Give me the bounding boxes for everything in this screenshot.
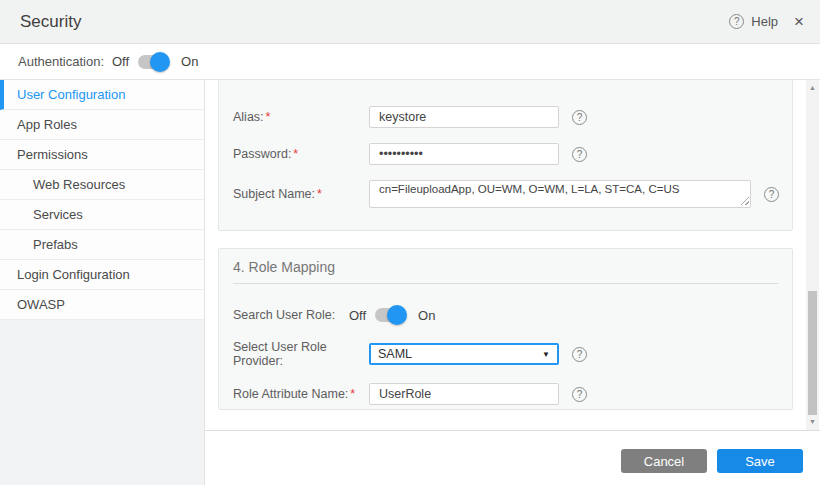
sidebar-item-services[interactable]: Services <box>0 200 204 230</box>
role-attribute-row: Role Attribute Name:* ? <box>233 383 778 405</box>
role-attribute-label: Role Attribute Name:* <box>233 387 369 401</box>
search-user-role-on-label: On <box>418 308 435 323</box>
dropdown-arrow-icon: ▼ <box>542 350 550 359</box>
cancel-button[interactable]: Cancel <box>621 449 707 473</box>
search-user-role-row: Search User Role: Off On <box>233 306 778 324</box>
authentication-bar: Authentication: Off On <box>0 44 820 80</box>
sidebar-item-web-resources[interactable]: Web Resources <box>0 170 204 200</box>
role-provider-help-icon[interactable]: ? <box>572 347 587 362</box>
required-asterisk: * <box>266 110 271 124</box>
sidebar: User Configuration App Roles Permissions… <box>0 80 205 485</box>
role-provider-label: Select User Role Provider: <box>233 340 369 368</box>
password-row: Password:* ? <box>233 143 778 165</box>
page-title: Security <box>20 12 81 32</box>
search-user-role-label: Search User Role: <box>233 308 349 322</box>
authentication-toggle[interactable] <box>138 55 168 69</box>
save-button[interactable]: Save <box>717 449 803 473</box>
subject-name-label: Subject Name:* <box>233 187 369 201</box>
scroll-up-icon[interactable]: ▲ <box>806 82 819 94</box>
toggle-knob <box>387 305 407 325</box>
form-scroll-area: Alias:* ? Password:* ? Subject Name:* cn… <box>205 80 805 430</box>
required-asterisk: * <box>350 387 355 401</box>
body: User Configuration App Roles Permissions… <box>0 80 820 485</box>
scrollbar-thumb[interactable] <box>808 291 817 415</box>
password-input[interactable] <box>369 143 559 165</box>
sidebar-item-owasp[interactable]: OWASP <box>0 290 204 320</box>
toggle-knob <box>150 52 170 72</box>
role-mapping-section-title: 4. Role Mapping <box>233 249 778 275</box>
password-help-icon[interactable]: ? <box>572 147 587 162</box>
help-link[interactable]: Help <box>751 14 778 29</box>
footer-actions: Cancel Save <box>205 430 820 485</box>
help-icon[interactable]: ? <box>729 14 744 29</box>
subject-name-help-icon[interactable]: ? <box>764 187 779 202</box>
title-bar: Security ? Help × <box>0 0 820 44</box>
sidebar-item-app-roles[interactable]: App Roles <box>0 110 204 140</box>
authentication-label: Authentication: <box>18 54 112 69</box>
section-divider <box>233 283 778 284</box>
main-content: Alias:* ? Password:* ? Subject Name:* cn… <box>205 80 820 485</box>
sidebar-item-login-configuration[interactable]: Login Configuration <box>0 260 204 290</box>
sidebar-item-permissions[interactable]: Permissions <box>0 140 204 170</box>
sidebar-item-user-configuration[interactable]: User Configuration <box>0 80 204 110</box>
sidebar-filler <box>0 320 204 485</box>
security-dialog: Security ? Help × Authentication: Off On… <box>0 0 820 485</box>
required-asterisk: * <box>293 147 298 161</box>
search-user-role-toggle[interactable] <box>375 308 405 322</box>
close-icon[interactable]: × <box>794 13 804 30</box>
authentication-off-label: Off <box>112 54 129 69</box>
password-label: Password:* <box>233 147 369 161</box>
scroll-down-icon[interactable]: ▼ <box>806 416 819 428</box>
subject-name-textarea[interactable]: cn=FileuploadApp, OU=WM, O=WM, L=LA, ST=… <box>369 180 751 208</box>
keystore-panel: Alias:* ? Password:* ? Subject Name:* cn… <box>218 80 793 231</box>
search-user-role-off-label: Off <box>349 308 366 323</box>
alias-row: Alias:* ? <box>233 106 778 128</box>
authentication-on-label: On <box>181 54 198 69</box>
required-asterisk: * <box>317 187 322 201</box>
role-provider-row: Select User Role Provider: SAML ▼ ? <box>233 340 778 368</box>
titlebar-actions: ? Help × <box>729 13 804 30</box>
vertical-scrollbar[interactable]: ▲ ▼ <box>806 80 819 430</box>
role-provider-select[interactable]: SAML ▼ <box>369 343 559 365</box>
role-mapping-panel: 4. Role Mapping Search User Role: Off On… <box>218 248 793 410</box>
role-provider-value: SAML <box>378 347 412 361</box>
subject-name-row: Subject Name:* cn=FileuploadApp, OU=WM, … <box>233 180 778 208</box>
subject-name-wrapper: cn=FileuploadApp, OU=WM, O=WM, L=LA, ST=… <box>369 180 751 208</box>
alias-help-icon[interactable]: ? <box>572 110 587 125</box>
alias-label: Alias:* <box>233 110 369 124</box>
role-attribute-input[interactable] <box>369 383 559 405</box>
alias-input[interactable] <box>369 106 559 128</box>
sidebar-item-prefabs[interactable]: Prefabs <box>0 230 204 260</box>
role-attribute-help-icon[interactable]: ? <box>572 387 587 402</box>
